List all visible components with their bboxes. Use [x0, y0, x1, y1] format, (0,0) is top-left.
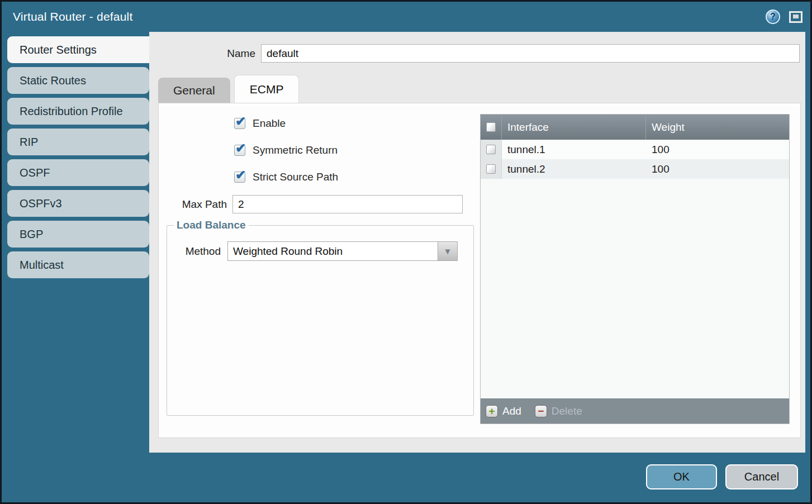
- content-panel: Name General ECMP Enable Symmetric Retur…: [149, 32, 805, 453]
- sidebar-item-static-routes[interactable]: Static Routes: [7, 67, 149, 94]
- sidebar-item-rip[interactable]: RIP: [7, 129, 149, 155]
- enable-row: Enable: [234, 110, 475, 137]
- interface-table: Interface Weight tunnel.1 100 tunnel.2 1…: [480, 114, 790, 424]
- tab-ecmp[interactable]: ECMP: [234, 75, 300, 103]
- sidebar-item-label: Router Settings: [20, 44, 97, 56]
- add-button-label: Add: [502, 405, 521, 417]
- table-header: Interface Weight: [481, 115, 789, 140]
- strict-source-path-row: Strict Source Path: [234, 164, 475, 191]
- window-restore-icon-inner: [793, 15, 799, 18]
- sidebar-item-label: BGP: [20, 228, 43, 241]
- select-all-cell: [481, 115, 502, 140]
- sidebar-item-redistribution-profile[interactable]: Redistribution Profile: [7, 98, 149, 125]
- virtual-router-dialog: Virtual Router - default ? Router Settin…: [0, 0, 812, 504]
- sidebar-item-label: Multicast: [20, 259, 64, 272]
- cancel-button[interactable]: Cancel: [725, 464, 798, 489]
- sidebar-item-bgp[interactable]: BGP: [7, 221, 149, 248]
- row-checkbox[interactable]: [486, 145, 496, 154]
- ecmp-form: Enable Symmetric Return Strict Source Pa…: [159, 103, 475, 416]
- delete-button[interactable]: − Delete: [535, 405, 582, 417]
- interface-cell: tunnel.2: [502, 159, 646, 179]
- sidebar-item-ospfv3[interactable]: OSPFv3: [7, 190, 149, 217]
- symmetric-return-row: Symmetric Return: [234, 137, 475, 164]
- window-restore-icon[interactable]: [789, 11, 802, 23]
- method-dropdown-value: Weighted Round Robin: [228, 242, 438, 260]
- table-row[interactable]: tunnel.1 100: [481, 140, 789, 159]
- max-path-input[interactable]: [232, 195, 463, 213]
- table-toolbar: + Add − Delete: [481, 398, 789, 424]
- symmetric-return-label: Symmetric Return: [253, 144, 338, 156]
- row-checkbox[interactable]: [486, 164, 496, 174]
- strict-source-path-checkbox[interactable]: [234, 172, 245, 183]
- symmetric-return-checkbox[interactable]: [234, 145, 245, 156]
- sidebar-item-label: OSPFv3: [20, 197, 62, 210]
- delete-button-label: Delete: [552, 405, 582, 417]
- tab-label: General: [173, 84, 215, 97]
- row-checkbox-cell: [481, 159, 502, 179]
- method-row: Method Weighted Round Robin ▼: [172, 241, 469, 261]
- sidebar: Router Settings Static Routes Redistribu…: [7, 36, 154, 282]
- tab-general[interactable]: General: [158, 78, 230, 103]
- name-label: Name: [149, 47, 261, 60]
- weight-cell: 100: [646, 140, 789, 159]
- enable-checkbox[interactable]: [234, 118, 245, 129]
- interface-cell: tunnel.1: [502, 140, 646, 159]
- row-checkbox-cell: [481, 140, 502, 159]
- tab-label: ECMP: [250, 83, 284, 96]
- chevron-down-icon[interactable]: ▼: [438, 242, 457, 260]
- method-dropdown[interactable]: Weighted Round Robin ▼: [227, 241, 458, 261]
- sidebar-item-label: Redistribution Profile: [20, 105, 123, 118]
- title-bar: Virtual Router - default ?: [2, 2, 810, 32]
- add-button[interactable]: + Add: [486, 405, 521, 417]
- sidebar-item-label: OSPF: [20, 167, 50, 179]
- tab-strip: General ECMP: [149, 75, 805, 103]
- weight-cell: 100: [646, 159, 789, 179]
- sidebar-item-label: Static Routes: [20, 74, 86, 87]
- column-header-interface[interactable]: Interface: [502, 115, 646, 140]
- sidebar-item-router-settings[interactable]: Router Settings: [7, 36, 154, 63]
- help-icon[interactable]: ?: [766, 9, 780, 24]
- max-path-label: Max Path: [164, 198, 232, 211]
- max-path-row: Max Path: [164, 195, 475, 213]
- enable-label: Enable: [253, 117, 286, 130]
- select-all-checkbox[interactable]: [486, 122, 496, 132]
- method-label: Method: [172, 245, 227, 258]
- strict-source-path-label: Strict Source Path: [253, 171, 338, 183]
- column-header-weight[interactable]: Weight: [646, 115, 789, 140]
- load-balance-legend: Load Balance: [174, 219, 249, 231]
- sidebar-item-label: RIP: [20, 136, 38, 149]
- table-empty-area: [481, 179, 789, 398]
- dialog-title: Virtual Router - default: [13, 10, 766, 23]
- ok-button[interactable]: OK: [646, 464, 717, 489]
- name-input[interactable]: [261, 44, 800, 63]
- dialog-footer: OK Cancel: [646, 464, 798, 489]
- load-balance-fieldset: Load Balance Method Weighted Round Robin…: [167, 219, 474, 416]
- minus-icon: −: [535, 405, 547, 417]
- table-row[interactable]: tunnel.2 100: [481, 159, 789, 179]
- plus-icon: +: [486, 405, 498, 417]
- name-row: Name: [149, 32, 805, 63]
- ecmp-panel: Enable Symmetric Return Strict Source Pa…: [158, 103, 801, 438]
- sidebar-item-multicast[interactable]: Multicast: [7, 251, 149, 278]
- sidebar-item-ospf[interactable]: OSPF: [7, 159, 149, 186]
